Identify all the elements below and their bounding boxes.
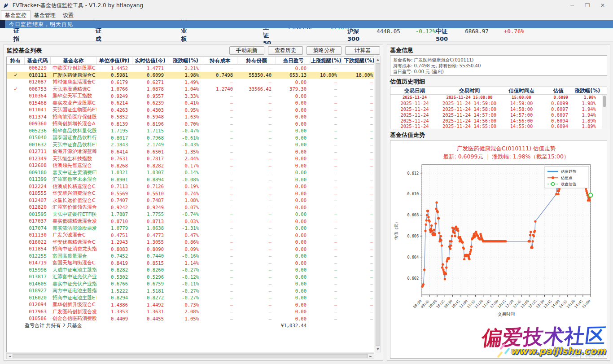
down-alert-cell: – — [342, 176, 374, 183]
column-header[interactable]: 基金名称 — [51, 57, 96, 64]
pnl-cell: 0.00 — [276, 253, 311, 260]
close-icon[interactable]: ✕ — [595, 0, 610, 10]
fund-row[interactable]: 001595天弘中证银行ETF联接1.78871.7755-0.74%––0.0… — [7, 211, 374, 218]
fund-row[interactable]: 016022华安优嘉精选混合C1.29431.30550.86%––0.00–– — [7, 239, 374, 246]
column-header[interactable]: 单位净值(昨) — [96, 57, 132, 64]
fund-row[interactable]: 015468嘉实农业产业股票C0.62140.62390.41%––0.00–– — [7, 100, 374, 107]
calculator-button[interactable]: 计算器 — [345, 46, 380, 55]
held-cell — [7, 65, 25, 72]
fund-row[interactable]: 017963广发医药创新混合发1.33531.36312.08%––0.00–– — [7, 308, 374, 316]
scroll-right-icon[interactable]: ► — [369, 355, 372, 358]
hscroll-thumb[interactable] — [13, 354, 368, 358]
fund-row[interactable]: 014605嘉实中证光伏产业指0.67660.6759-0.11%––0.00–… — [7, 281, 374, 288]
fund-row[interactable]: 011374招商前沿医疗保健股0.58520.59481.63%––0.00–– — [7, 114, 374, 121]
fund-row[interactable]: 017074嘉实清洁能源股票发1.07791.0638-1.31%––0.00–… — [7, 225, 374, 232]
column-header[interactable]: 实时估值(今) — [132, 57, 168, 64]
fund-row[interactable]: 012255富国高质量混合0.74520.7440-0.16%––0.00–– — [7, 253, 374, 260]
minimize-icon[interactable]: ─ — [565, 0, 580, 10]
column-header[interactable]: 当日盈亏 — [276, 57, 311, 64]
up-alert-cell: – — [311, 92, 342, 100]
view-history-button[interactable]: 查看历史 — [268, 46, 303, 55]
cost-cell: – — [203, 134, 237, 141]
column-header[interactable]: 持有成本 — [203, 57, 237, 64]
cost-cell: – — [203, 197, 237, 204]
column-header[interactable]: 涨跌幅(%) — [168, 57, 203, 64]
history-column-header[interactable]: 估值时间点 — [500, 88, 543, 94]
pnl-cell: 0.00 — [276, 176, 311, 183]
fund-row[interactable]: 009180嘉实中证主要消费ETF1.03211.0307-0.14%––0.0… — [7, 169, 374, 176]
history-column-header[interactable]: 交易日期 — [390, 88, 439, 94]
column-header[interactable]: 基金代码 — [25, 57, 51, 64]
history-row[interactable]: 2025-11-242025-11-24 14:59:0014:59:000.6… — [390, 101, 607, 106]
fund-row[interactable]: 009360招商创新增长混合A0.81390.81960.70%––0.00–– — [7, 120, 374, 127]
fund-row[interactable]: 012224信澳成长精选混合C0.71130.71260.19%––0.00–– — [7, 183, 374, 190]
fund-row[interactable]: 015998大成中证电池主题指0.82820.8260-0.27%––0.00–… — [7, 267, 374, 274]
fund-row[interactable]: 012608信澳领先智选混合0.82680.82820.17%––0.00–– — [7, 162, 374, 169]
vscroll-thumb[interactable] — [376, 63, 380, 346]
history-row[interactable]: 2025-11-242025-11-24 14:57:0014:57:000.6… — [390, 112, 607, 118]
fund-row[interactable]: 012094鹏华创新升级混合C1.43861.44920.73%––0.00–– — [7, 301, 374, 308]
pnl-cell: 0.00 — [276, 190, 311, 197]
strategy-analysis-button[interactable]: 策略分析 — [306, 46, 342, 55]
column-header[interactable]: 上涨提醒(%) — [311, 57, 342, 64]
fund-row[interactable]: ✓010111广发医药健康混合C0.59810.60991.98%0.74985… — [7, 72, 374, 79]
history-scrollbar[interactable] — [602, 95, 607, 129]
fund-row[interactable]: ✓006753天弘港股通精选C1.07661.08781.04%1.274033… — [7, 86, 374, 93]
fund-row[interactable]: 012711前海开源沪港深蓝筹0.64140.65011.35%––0.00–– — [7, 148, 374, 155]
svg-text:0.602: 0.602 — [407, 276, 419, 281]
scroll-down-icon[interactable]: ▼ — [375, 347, 381, 351]
name-cell: 天弘国证生物医药ETF — [51, 106, 96, 114]
fund-row[interactable]: 014719富国天旭均衡混合C0.84190.85151.14%––0.00–– — [7, 259, 374, 267]
history-scroll-thumb[interactable] — [603, 96, 606, 107]
history-cell: 1.98% — [574, 101, 601, 106]
maximize-icon[interactable]: ❐ — [580, 0, 595, 10]
fund-row[interactable]: 018927南方中证电池主题指1.52221.5181-0.27%––0.00–… — [7, 287, 374, 294]
history-column-header[interactable]: 估值 — [543, 88, 574, 94]
fund-row[interactable]: 010586创金合信医药消费股0.44090.44551.05%––0.00–– — [7, 315, 374, 322]
up-alert-cell: – — [311, 259, 342, 267]
history-row[interactable]: 2025-11-242025-11-24 14:56:0014:56:000.6… — [390, 118, 607, 123]
fund-row[interactable]: 006229中欧医疗创新股票C1.44521.47712.21%––0.00–– — [7, 65, 374, 72]
fund-row[interactable]: 010364鹏华空天军工指数0.92490.95573.33%––0.00–– — [7, 92, 374, 100]
fund-row[interactable]: 012407永赢长远价值混合C0.74070.74871.08%––0.00–– — [7, 197, 374, 204]
fund-row[interactable]: 011130广发兴诚混合C0.47510.47730.47%––0.00–– — [7, 232, 374, 239]
history-row[interactable]: 2025-11-242025-11-24 14:55:0014:55:000.6… — [390, 123, 607, 129]
column-header[interactable]: 下跌提醒(%) — [342, 57, 374, 64]
pnl-cell: 0.00 — [276, 183, 311, 190]
name-cell: 永赢长远价值混合C — [51, 197, 96, 204]
fund-row[interactable]: 011854招商中证消费龙头指0.80830.80900.09%––0.00–– — [7, 246, 374, 253]
fund-row[interactable]: 010555华安新兴消费混合C0.55690.56100.74%––0.00–– — [7, 190, 374, 197]
history-row[interactable]: 2025-11-242025-11-24 14:58:0014:58:000.6… — [390, 106, 607, 112]
fund-table-hscrollbar[interactable]: ◄ ► — [6, 353, 374, 359]
held-cell — [7, 294, 25, 302]
scroll-left-icon[interactable]: ◄ — [8, 355, 12, 358]
up-alert-cell: – — [311, 183, 342, 190]
fund-row[interactable]: 017037嘉实低碳精选混合发0.87100.87130.03%––0.00–– — [7, 218, 374, 225]
history-row[interactable]: 2025-11-242025-11-24 15:00:0015:00:000.6… — [390, 95, 607, 101]
history-column-header[interactable]: 涨跌幅(%) — [574, 88, 601, 94]
fund-row[interactable]: 005236银华食品饮料量化股1.71951.7115-0.47%––0.00–… — [7, 127, 374, 135]
fund-row[interactable]: 012349天弘恒生科技指数0.76310.78172.44%––0.00–– — [7, 155, 374, 162]
scroll-up-icon[interactable]: ▲ — [375, 58, 381, 61]
fund-table-vscrollbar[interactable]: ▲ ▼ — [375, 57, 381, 352]
code-cell: 010111 — [25, 72, 51, 79]
fund-row[interactable]: 015040国泰国证食品饮料行0.80170.7968-0.61%––0.00–… — [7, 134, 374, 141]
history-column-header[interactable]: 交易时间 — [439, 88, 500, 94]
manual-refresh-button[interactable]: 手动刷新 — [229, 46, 264, 55]
column-header[interactable]: 持有 — [7, 57, 25, 64]
fund-row[interactable]: 011041天弘国证生物医药ETF0.42630.43030.95%––0.00… — [7, 106, 374, 114]
fund-row[interactable]: 016020招商中证电池主题ETF0.82940.8272-0.27%––0.0… — [7, 294, 374, 302]
fund-row[interactable]: 001632天弘中证食品饮料ETF2.18432.1749-0.43%––0.0… — [7, 141, 374, 149]
est-cell: 0.8090 — [132, 246, 168, 253]
shares-cell: – — [237, 315, 276, 322]
column-header[interactable]: 持有份额 — [237, 57, 276, 64]
fund-row[interactable]: 012087博时健康生活混合C0.61790.62711.49%––0.00–– — [7, 79, 374, 86]
down-alert-cell: – — [342, 134, 374, 141]
shares-cell: – — [237, 65, 276, 72]
down-alert-cell: – — [342, 148, 374, 155]
name-cell: 鹏华创新升级混合C — [51, 301, 96, 308]
fund-row[interactable]: 011399汇添富数字未来混合A0.89010.8894-0.08%––0.00… — [7, 176, 374, 183]
fund-row[interactable]: 013817汇添富中证光伏产业0.53020.5296-0.12%––0.00–… — [7, 273, 374, 281]
shares-cell: – — [237, 232, 276, 239]
fund-row[interactable]: 012820汇添富价值领先混合0.92420.92490.07%––0.00–– — [7, 204, 374, 211]
